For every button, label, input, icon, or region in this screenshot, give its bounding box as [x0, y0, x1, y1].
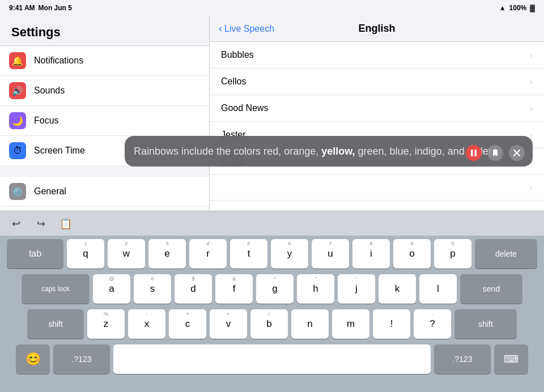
sidebar-item-sounds[interactable]: 🔊 Sounds	[0, 76, 209, 106]
general-label: General	[34, 186, 200, 197]
emoji-key[interactable]: 😊	[16, 344, 50, 374]
k-key[interactable]: k	[379, 274, 416, 304]
exclaim-key[interactable]: !	[373, 309, 410, 339]
close-icon	[513, 150, 520, 156]
n-label: n	[307, 318, 312, 330]
delete-key[interactable]: delete	[475, 239, 537, 269]
a-key[interactable]: @ a	[93, 274, 130, 304]
t-key[interactable]: 5 t	[230, 239, 267, 269]
battery-icon: ▓	[530, 4, 535, 12]
bookmark-icon	[492, 149, 499, 157]
tab-key[interactable]: tab	[7, 239, 63, 269]
bubble-close-button[interactable]	[509, 145, 525, 161]
numeric-key-left[interactable]: .?123	[53, 344, 110, 374]
notifications-label: Notifications	[34, 56, 200, 66]
status-bar: 9:41 AM Mon Jun 5 ▲ 100% ▓	[0, 0, 544, 16]
back-button[interactable]: ‹ Live Speech	[219, 23, 274, 35]
k-label: k	[395, 283, 400, 295]
p-num: 0	[434, 241, 471, 246]
y-key[interactable]: 6 y	[271, 239, 308, 269]
v-label: v	[226, 318, 231, 330]
bottom-key-row: 😊 .?123 .?123 ⌨	[2, 344, 542, 374]
i-label: i	[370, 248, 372, 259]
shift-key-right[interactable]: shift	[454, 309, 517, 339]
b-label: b	[266, 318, 271, 330]
question-num: .	[414, 311, 451, 317]
w-key[interactable]: 2 w	[108, 239, 145, 269]
notifications-icon: 🔔	[9, 52, 26, 69]
p-key[interactable]: 0 p	[434, 239, 471, 269]
g-key[interactable]: * g	[256, 274, 294, 304]
sounds-icon: 🔊	[9, 82, 26, 99]
bubble-save-button[interactable]	[487, 145, 503, 161]
bubble-pause-button[interactable]	[466, 145, 482, 161]
voice-item-cellos[interactable]: Cellos ›	[210, 69, 544, 95]
sidebar-item-focus[interactable]: 🌙 Focus	[0, 106, 209, 136]
numeric-key-right[interactable]: .?123	[434, 344, 491, 374]
o-key[interactable]: 9 o	[393, 239, 431, 269]
voice-item-bubbles[interactable]: Bubbles ›	[210, 42, 544, 69]
caps-lock-key[interactable]: caps lock	[22, 274, 90, 304]
voice-item-6[interactable]: ›	[210, 175, 544, 201]
h-key[interactable]: " h	[297, 274, 334, 304]
key-row-3: shift % z - x + c = v / b	[2, 309, 542, 339]
keyboard-icon-key[interactable]: ⌨	[494, 344, 528, 374]
status-right: ▲ 100% ▓	[499, 4, 535, 12]
sidebar-item-notifications[interactable]: 🔔 Notifications	[0, 46, 209, 76]
n-key[interactable]: n	[291, 309, 329, 339]
j-key[interactable]: ' j	[338, 274, 375, 304]
f-key[interactable]: & f	[215, 274, 253, 304]
i-key[interactable]: 8 i	[352, 239, 390, 269]
f-label: f	[233, 283, 236, 295]
paste-button[interactable]: 📋	[57, 215, 75, 233]
key-row-1: tab 1 q 2 w 3 e 4 r 5 t 6	[2, 239, 542, 269]
bubble-text: Rainbows include the colors red, orange,…	[134, 144, 524, 159]
voice-name: Cellos	[221, 76, 246, 87]
r-key[interactable]: 4 r	[189, 239, 227, 269]
wifi-icon: ▲	[499, 4, 506, 12]
keyboard-area: ↩ ↪ 📋 tab 1 q 2 w 3 e 4 r	[0, 211, 544, 392]
e-key[interactable]: 3 e	[148, 239, 186, 269]
battery-label: 100%	[509, 4, 527, 12]
x-key[interactable]: - x	[128, 309, 165, 339]
undo-button[interactable]: ↩	[7, 215, 25, 233]
z-key[interactable]: % z	[87, 309, 125, 339]
d-key[interactable]: $ d	[175, 274, 212, 304]
live-speech-bubble[interactable]: Rainbows include the colors red, orange,…	[125, 136, 533, 167]
caps-lock-label: caps lock	[41, 285, 70, 293]
send-key[interactable]: send	[460, 274, 522, 304]
u-key[interactable]: 7 u	[312, 239, 349, 269]
panel-title: English	[358, 23, 395, 35]
o-num: 9	[393, 241, 431, 246]
m-key[interactable]: m	[332, 309, 369, 339]
section-gap	[0, 165, 209, 177]
l-key[interactable]: l	[419, 274, 457, 304]
s-key[interactable]: # s	[134, 274, 171, 304]
focus-label: Focus	[34, 116, 200, 126]
y-label: y	[287, 248, 292, 259]
space-key[interactable]	[113, 344, 431, 374]
sidebar-item-general[interactable]: ⚙️ General	[0, 177, 209, 207]
focus-icon: 🌙	[9, 112, 26, 129]
voice-item-good-news[interactable]: Good News ›	[210, 95, 544, 122]
screen-time-icon: ⏱	[9, 142, 26, 159]
q-key[interactable]: 1 q	[67, 239, 104, 269]
j-label: j	[355, 283, 358, 295]
c-key[interactable]: + c	[169, 309, 206, 339]
g-label: g	[272, 283, 277, 295]
x-label: x	[144, 318, 150, 330]
v-num: =	[210, 311, 247, 317]
l-label: l	[437, 283, 439, 295]
voice-chevron-icon: ›	[530, 130, 533, 139]
voice-chevron-icon: ›	[530, 104, 533, 113]
shift-key-left[interactable]: shift	[27, 309, 84, 339]
v-key[interactable]: = v	[210, 309, 247, 339]
x-num: -	[128, 311, 165, 317]
bubble-text-bold: yellow,	[321, 146, 355, 157]
numeric-key-right-label: .?123	[452, 355, 472, 364]
f-num: &	[215, 276, 253, 282]
voice-name: Bubbles	[221, 50, 254, 60]
question-key[interactable]: . ?	[414, 309, 451, 339]
redo-button[interactable]: ↪	[32, 215, 50, 233]
b-key[interactable]: / b	[250, 309, 288, 339]
